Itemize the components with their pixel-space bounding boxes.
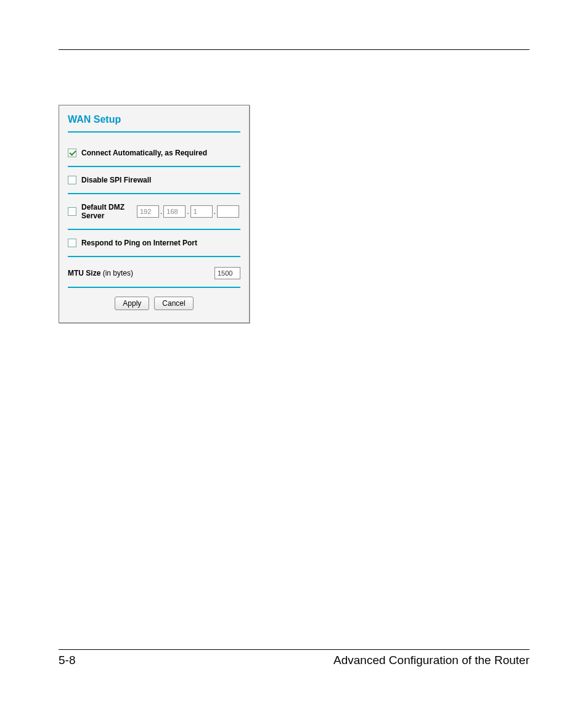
footer-page-number: 5-8 (59, 654, 75, 667)
row-default-dmz: Default DMZ Server . . . (68, 199, 240, 224)
dmz-ip-octet-1[interactable] (137, 205, 159, 218)
label-disable-spi: Disable SPI Firewall (81, 176, 151, 184)
wan-setup-panel: WAN Setup Connect Automatically, as Requ… (59, 105, 250, 323)
panel-title: WAN Setup (68, 112, 240, 129)
dot-icon: . (214, 207, 216, 216)
dmz-ip-octet-2[interactable] (163, 205, 186, 218)
label-connect-automatically: Connect Automatically, as Required (81, 149, 207, 157)
label-default-dmz: Default DMZ Server (81, 203, 133, 220)
dmz-ip-octet-4[interactable] (217, 205, 239, 218)
label-mtu-unit: (in bytes) (103, 269, 133, 277)
row-disable-spi: Disable SPI Firewall (68, 172, 240, 188)
checkbox-connect-automatically[interactable] (68, 149, 76, 157)
dmz-ip-octet-3[interactable] (190, 205, 213, 218)
separator (68, 166, 240, 167)
row-connect-automatically: Connect Automatically, as Required (68, 145, 240, 161)
document-page: WAN Setup Connect Automatically, as Requ… (0, 0, 588, 706)
checkbox-respond-ping[interactable] (68, 239, 76, 247)
mtu-input[interactable] (214, 267, 240, 279)
header-rule (59, 49, 529, 50)
separator (68, 193, 240, 194)
row-mtu-size: MTU Size (in bytes) (68, 262, 240, 282)
separator (68, 131, 240, 133)
footer-rule (59, 649, 529, 650)
separator (68, 229, 240, 230)
dot-icon: . (160, 207, 162, 216)
checkbox-disable-spi[interactable] (68, 176, 76, 184)
cancel-button[interactable]: Cancel (154, 297, 193, 310)
row-respond-ping: Respond to Ping on Internet Port (68, 235, 240, 251)
dmz-ip-fields: . . . (136, 205, 240, 218)
label-mtu-text: MTU Size (68, 269, 100, 277)
separator (68, 287, 240, 288)
button-row: Apply Cancel (68, 297, 240, 310)
label-mtu: MTU Size (in bytes) (68, 269, 133, 277)
checkbox-default-dmz[interactable] (68, 207, 76, 216)
label-respond-ping: Respond to Ping on Internet Port (81, 239, 197, 247)
footer-section-title: Advanced Configuration of the Router (333, 654, 529, 667)
dot-icon: . (187, 207, 189, 216)
apply-button[interactable]: Apply (115, 297, 149, 310)
separator (68, 256, 240, 257)
